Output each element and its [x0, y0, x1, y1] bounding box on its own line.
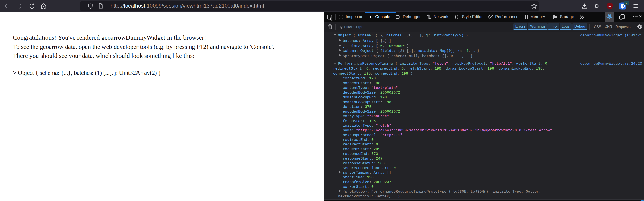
svg-text:uo: uo	[608, 5, 611, 7]
